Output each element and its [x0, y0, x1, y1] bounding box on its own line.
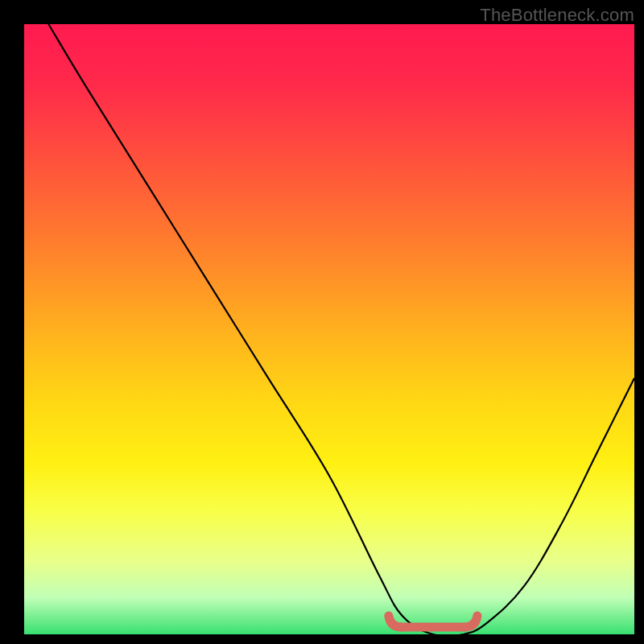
optimal-band-right-cap	[464, 616, 477, 627]
plot-area	[24, 24, 634, 634]
chart-frame: TheBottleneck.com	[0, 0, 644, 644]
bottleneck-curve	[48, 24, 634, 637]
watermark-label: TheBottleneck.com	[480, 5, 634, 26]
optimal-band-left-cap	[389, 616, 402, 627]
chart-svg	[24, 24, 634, 634]
